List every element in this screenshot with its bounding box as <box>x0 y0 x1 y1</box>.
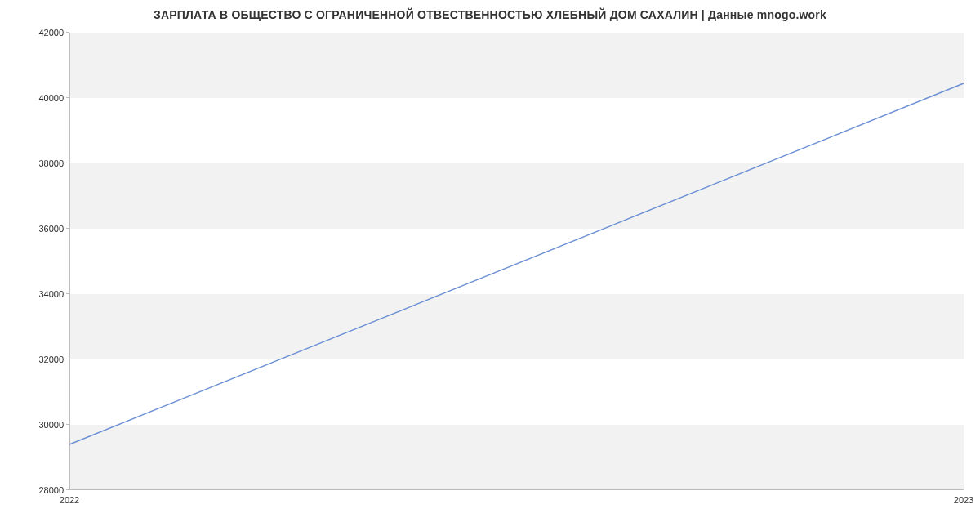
x-tick-label: 2023 <box>954 495 973 505</box>
y-tick-label: 36000 <box>15 224 64 234</box>
series-line <box>69 83 964 444</box>
y-tick-label: 40000 <box>15 93 64 103</box>
y-tick-label: 42000 <box>15 28 64 38</box>
line-layer <box>69 33 964 490</box>
y-tick-label: 32000 <box>15 355 64 364</box>
y-tick-label: 30000 <box>15 420 64 430</box>
plot-area <box>69 33 964 490</box>
y-tick-label: 28000 <box>15 485 64 495</box>
y-tick-label: 34000 <box>15 289 64 299</box>
chart-container: ЗАРПЛАТА В ОБЩЕСТВО С ОГРАНИЧЕННОЙ ОТВЕС… <box>0 0 980 531</box>
x-tick-label: 2022 <box>60 495 79 505</box>
y-tick-label: 38000 <box>15 158 64 168</box>
chart-title: ЗАРПЛАТА В ОБЩЕСТВО С ОГРАНИЧЕННОЙ ОТВЕС… <box>0 8 980 21</box>
